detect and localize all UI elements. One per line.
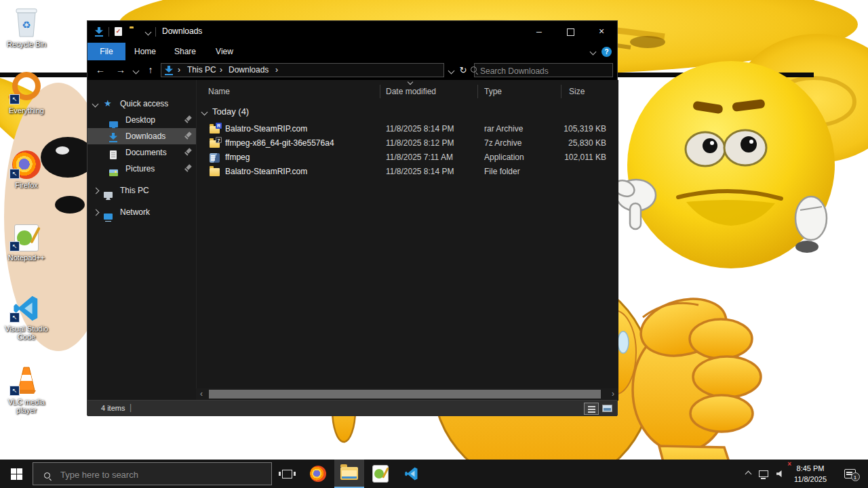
search-icon[interactable] bbox=[471, 66, 478, 74]
desktop-icon-label: Notepad++ bbox=[4, 253, 49, 262]
wallpaper-3d-sad-emoji bbox=[612, 61, 835, 268]
file-type: 7z Archive bbox=[484, 136, 521, 150]
recent-locations-dropdown-icon[interactable] bbox=[133, 68, 140, 75]
tab-file[interactable]: File bbox=[87, 43, 125, 60]
tray-volume-muted-icon[interactable]: × bbox=[772, 460, 789, 488]
address-bar: ← → ↑ › This PC › Downloads › ↻ bbox=[87, 60, 617, 80]
windows-logo-icon bbox=[11, 468, 22, 480]
taskbar-vscode[interactable] bbox=[397, 460, 427, 488]
taskbar-file-explorer[interactable] bbox=[334, 460, 364, 488]
close-button[interactable]: × bbox=[586, 21, 617, 42]
shortcut-arrow-icon: ↖ bbox=[9, 386, 20, 396]
file-row[interactable]: ffmpeg 11/8/2025 7:11 AM Application 102… bbox=[197, 150, 618, 165]
sidebar-item-desktop[interactable]: Desktop bbox=[87, 112, 196, 128]
vlc-icon: ↖ bbox=[4, 363, 49, 396]
file-row[interactable]: 7 ffmpeg-x86_64-git-36e5576a4 11/8/2025 … bbox=[197, 136, 618, 150]
chevron-right-icon[interactable] bbox=[93, 209, 100, 216]
tab-view[interactable]: View bbox=[205, 43, 243, 60]
file-size: 25,830 KB bbox=[568, 136, 606, 150]
breadcrumb-downloads[interactable]: Downloads bbox=[229, 64, 269, 77]
desktop-icon-recycle-bin[interactable]: ♻ Recycle Bin bbox=[4, 5, 49, 48]
sidebar-item-documents[interactable]: Documents bbox=[87, 144, 196, 161]
search-field[interactable] bbox=[474, 63, 613, 77]
group-collapse-icon[interactable] bbox=[201, 109, 208, 116]
large-icons-view-button[interactable] bbox=[600, 403, 615, 415]
breadcrumb-separator: › bbox=[275, 64, 278, 77]
column-header-size[interactable]: Size bbox=[569, 83, 610, 100]
svg-text:♻: ♻ bbox=[22, 19, 31, 30]
up-button[interactable]: ↑ bbox=[143, 60, 158, 80]
pin-icon bbox=[184, 165, 192, 173]
sidebar-item-network[interactable]: Network bbox=[87, 204, 196, 220]
sidebar-item-this-pc[interactable]: This PC bbox=[87, 182, 196, 199]
column-header-name[interactable]: Name bbox=[208, 83, 344, 100]
shortcut-arrow-icon: ↖ bbox=[9, 241, 20, 251]
sidebar-item-label: Network bbox=[120, 204, 150, 220]
sidebar-item-downloads[interactable]: Downloads bbox=[87, 128, 196, 144]
file-explorer-window: ✓ Downloads – × File Home Share View ? ←… bbox=[87, 20, 618, 415]
scroll-left-icon[interactable]: ‹ bbox=[196, 388, 207, 400]
shortcut-arrow-icon: ↖ bbox=[9, 312, 20, 323]
desktop-icon-everything[interactable]: ↖ Everything bbox=[4, 72, 49, 115]
quick-access-toolbar-dropdown-icon[interactable] bbox=[145, 29, 152, 36]
tray-network-icon[interactable] bbox=[755, 460, 772, 488]
back-button[interactable]: ← bbox=[93, 60, 108, 80]
properties-quick-access-icon[interactable]: ✓ bbox=[115, 27, 122, 36]
refresh-icon[interactable]: ↻ bbox=[456, 60, 471, 80]
column-header-date-modified[interactable]: Date modified bbox=[386, 83, 474, 100]
title-bar[interactable]: ✓ Downloads – × bbox=[87, 21, 617, 43]
taskbar-search-input[interactable] bbox=[59, 467, 258, 482]
sidebar-item-label: Documents bbox=[125, 144, 167, 161]
file-name: ffmpeg-x86_64-git-36e5576a4 bbox=[225, 136, 334, 150]
forward-button[interactable]: → bbox=[113, 60, 128, 80]
sidebar-item-pictures[interactable]: Pictures bbox=[87, 161, 196, 177]
breadcrumb-separator: › bbox=[220, 64, 222, 77]
file-date: 11/8/2025 7:11 AM bbox=[386, 150, 453, 165]
taskbar-search-box[interactable] bbox=[33, 462, 272, 485]
taskbar-firefox[interactable] bbox=[303, 460, 333, 488]
search-icon bbox=[44, 472, 52, 480]
desktop-icon-firefox[interactable]: ↖ Firefox bbox=[4, 146, 49, 189]
notification-center-button[interactable]: 1 bbox=[838, 460, 861, 488]
chevron-right-icon[interactable] bbox=[93, 188, 100, 195]
tray-time: 8:45 PM bbox=[789, 463, 831, 474]
tray-clock[interactable]: 8:45 PM 11/8/2025 bbox=[789, 463, 831, 485]
horizontal-scrollbar[interactable]: ‹ › bbox=[196, 388, 618, 400]
start-button[interactable] bbox=[0, 460, 33, 488]
file-row[interactable]: Balatro-SteamRIP.com 11/8/2025 8:14 PM F… bbox=[197, 165, 618, 179]
breadcrumb-this-pc[interactable]: This PC bbox=[187, 64, 216, 77]
details-view-button[interactable] bbox=[584, 403, 599, 415]
scrollbar-thumb[interactable] bbox=[209, 390, 601, 399]
help-icon[interactable]: ? bbox=[601, 47, 612, 57]
desktop-icon-notepad-plus-plus[interactable]: ↖ Notepad++ bbox=[4, 219, 49, 262]
sidebar-item-label: Downloads bbox=[125, 128, 165, 144]
file-date: 11/8/2025 8:14 PM bbox=[386, 165, 454, 179]
sidebar-item-quick-access[interactable]: ★ Quick access bbox=[87, 96, 196, 112]
address-dropdown-icon[interactable] bbox=[448, 68, 455, 75]
tray-expand-button[interactable] bbox=[741, 460, 755, 488]
tab-share[interactable]: Share bbox=[165, 43, 205, 60]
desktop-icon-vlc[interactable]: ↖ VLC media player bbox=[4, 363, 49, 414]
ribbon-tabs: File Home Share View ? bbox=[87, 43, 617, 60]
column-header-type[interactable]: Type bbox=[484, 83, 552, 100]
taskbar-notepad-plus-plus[interactable] bbox=[366, 460, 395, 488]
notepad-plus-plus-icon: ↖ bbox=[4, 219, 49, 251]
desktop-icon-label: Recycle Bin bbox=[4, 40, 49, 48]
group-header-today[interactable]: Today (4) bbox=[197, 104, 618, 119]
task-view-button[interactable] bbox=[272, 460, 302, 488]
tab-home[interactable]: Home bbox=[125, 43, 165, 60]
search-input[interactable] bbox=[479, 64, 595, 77]
scroll-right-icon[interactable]: › bbox=[608, 388, 618, 400]
chevron-down-icon[interactable] bbox=[92, 101, 99, 108]
downloads-breadcrumb-icon bbox=[164, 66, 174, 75]
minimize-button[interactable]: – bbox=[524, 21, 555, 42]
sidebar-item-label: This PC bbox=[120, 182, 149, 199]
maximize-button[interactable] bbox=[555, 21, 586, 42]
sidebar-item-label: Pictures bbox=[125, 161, 155, 177]
sidebar-item-label: Desktop bbox=[125, 112, 155, 128]
file-row[interactable]: R Balatro-SteamRIP.com 11/8/2025 8:14 PM… bbox=[197, 122, 618, 136]
task-view-icon bbox=[282, 470, 292, 479]
ribbon-collapse-icon[interactable] bbox=[590, 49, 597, 56]
breadcrumb[interactable]: › This PC › Downloads › bbox=[161, 63, 444, 77]
desktop-icon-vscode[interactable]: ↖ Visual Studio Code bbox=[4, 290, 49, 341]
